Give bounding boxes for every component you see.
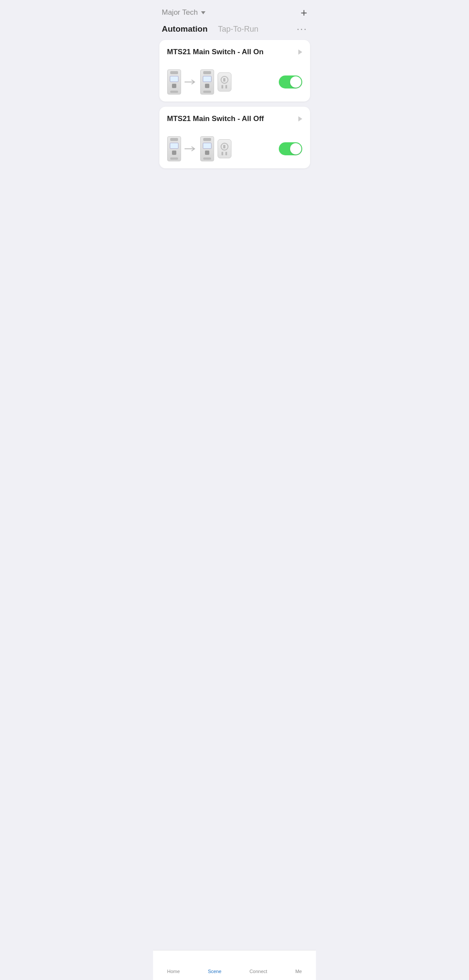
sp-pin-right-2 (225, 152, 227, 155)
din-bottom-clip (170, 91, 178, 93)
din-bottom-clip-4 (203, 157, 211, 160)
sp-pins (221, 85, 227, 88)
card-2-chevron-icon[interactable] (298, 116, 302, 121)
din-bottom-clip-3 (170, 157, 178, 160)
din-bottom-clip-2 (203, 91, 211, 93)
sp-pin-left (221, 85, 223, 88)
automation-card-1: MTS21 Main Switch - All On (159, 40, 310, 102)
din-button (172, 84, 176, 88)
din-screen-2 (203, 76, 211, 82)
card-1-footer (167, 69, 302, 95)
toggle-knob (290, 76, 301, 88)
din-button-3 (172, 151, 176, 155)
sp-pin-right (225, 85, 227, 88)
din-top-clip-2 (203, 71, 211, 74)
tab-tap-to-run[interactable]: Tap-To-Run (218, 25, 258, 34)
toggle-knob-2 (290, 143, 301, 154)
din-rail-device-icon-2 (200, 136, 214, 161)
chevron-down-icon (201, 11, 205, 14)
automation-1-toggle[interactable] (279, 75, 302, 88)
din-button-4 (205, 151, 209, 155)
din-button-2 (205, 84, 209, 88)
tab-automation[interactable]: Automation (162, 24, 208, 34)
card-1-chevron-icon[interactable] (298, 49, 302, 55)
din-top-clip-3 (170, 138, 178, 141)
card-2-footer (167, 136, 302, 161)
home-name-label: Major Tech (162, 8, 198, 17)
din-screen-3 (170, 143, 178, 149)
arrow-icon-2 (185, 146, 197, 151)
card-1-title: MTS21 Main Switch - All On (167, 48, 264, 56)
din-top-clip (170, 71, 178, 74)
automation-2-toggle[interactable] (279, 142, 302, 155)
sp-circle (221, 76, 228, 84)
sp-pin-left-2 (221, 152, 223, 155)
card-2-title: MTS21 Main Switch - All Off (167, 115, 264, 123)
sp-circle-2 (221, 143, 228, 151)
din-rail-device-icon (200, 69, 214, 95)
sp-pins-2 (221, 152, 227, 155)
card-1-header: MTS21 Main Switch - All On (167, 48, 302, 56)
arrow-icon (185, 79, 197, 85)
app-header: Major Tech + (153, 0, 316, 23)
automation-card-2: MTS21 Main Switch - All Off (159, 107, 310, 168)
tabs-row: Automation Tap-To-Run ··· (153, 23, 316, 40)
automations-list: MTS21 Main Switch - All On (153, 40, 316, 168)
add-button[interactable]: + (301, 7, 307, 18)
smart-plug-icon-2 (218, 139, 231, 158)
tabs-more-button[interactable]: ··· (297, 26, 307, 32)
din-screen (170, 76, 178, 82)
card-1-devices (167, 69, 231, 95)
card-2-devices (167, 136, 231, 161)
din-screen-4 (203, 143, 211, 149)
card-2-header: MTS21 Main Switch - All Off (167, 115, 302, 123)
smart-plug-icon (218, 72, 231, 92)
din-rail-switch-icon-2 (167, 136, 181, 161)
home-title[interactable]: Major Tech (162, 8, 206, 17)
din-top-clip-4 (203, 138, 211, 141)
din-rail-switch-icon (167, 69, 181, 95)
